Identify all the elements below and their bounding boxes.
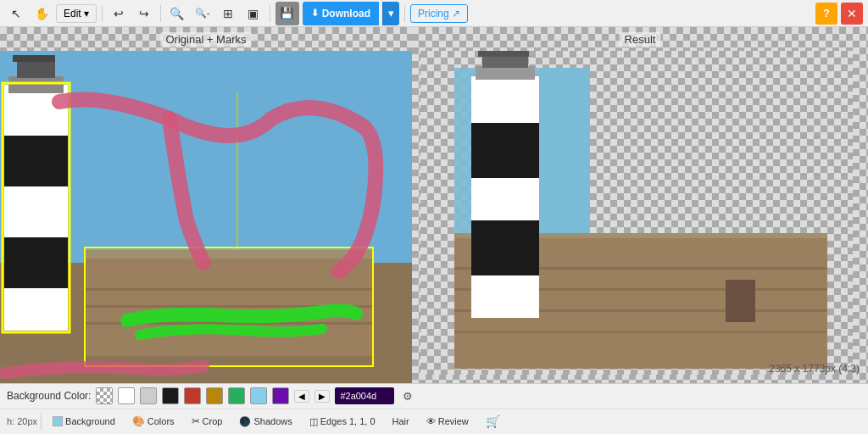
svg-rect-31	[471, 220, 539, 275]
green-swatch[interactable]	[228, 387, 245, 404]
svg-rect-3	[85, 288, 373, 291]
black-swatch[interactable]	[162, 387, 179, 404]
main-toolbar: ↖ ✋ Edit ▾ ↩ ↪ 🔍 🔍- ⊞ ▣ 💾 ⬇ Download ▾ P…	[0, 0, 868, 27]
fit-view-button[interactable]: ⊞	[217, 3, 239, 25]
right-panel-label: Result	[620, 32, 661, 47]
review-icon: 👁	[426, 416, 436, 426]
svg-rect-8	[4, 136, 68, 186]
color-hex-input[interactable]	[335, 387, 394, 404]
close-button[interactable]: ✕	[841, 3, 863, 25]
crop-icon: ✂	[192, 415, 200, 427]
shadows-icon: 🌑	[239, 416, 251, 427]
left-panel-label: Original + Marks	[161, 32, 252, 47]
left-panel[interactable]: Original + Marks	[0, 27, 412, 383]
white-swatch[interactable]	[118, 387, 135, 404]
divider-4	[404, 5, 405, 22]
result-image	[420, 51, 853, 375]
background-tool-button[interactable]: Background	[45, 411, 123, 431]
original-image	[0, 51, 412, 383]
sky-blue-swatch[interactable]	[250, 387, 267, 404]
transparent-swatch[interactable]	[96, 387, 113, 404]
svg-rect-29	[471, 76, 539, 318]
divider-1	[102, 5, 103, 22]
image-info: 2365 x 1773px (4:3)	[769, 363, 860, 375]
zoom-out-button[interactable]: 🔍-	[192, 3, 214, 25]
svg-rect-6	[85, 250, 373, 259]
right-image-area[interactable]	[420, 51, 860, 375]
crop-view-button[interactable]: ▣	[242, 3, 264, 25]
svg-rect-27	[454, 331, 827, 333]
save-button[interactable]: 💾	[275, 2, 299, 25]
svg-rect-10	[8, 76, 64, 93]
hand-tool[interactable]: ✋	[31, 3, 53, 25]
svg-rect-37	[539, 68, 590, 233]
shadows-tool-button[interactable]: 🌑 Shadows	[231, 411, 299, 431]
edit-button[interactable]: Edit ▾	[56, 4, 97, 23]
next-color-button[interactable]: ▶	[314, 390, 330, 403]
red-swatch[interactable]	[184, 387, 201, 404]
main-content: Original + Marks	[0, 27, 868, 383]
tools-bar: h: 20px Background 🎨 Colors ✂ Crop 🌑 Sha…	[0, 409, 868, 434]
redo-button[interactable]: ↪	[133, 3, 155, 25]
divider-2	[160, 5, 161, 22]
svg-rect-28	[726, 280, 755, 322]
svg-rect-12	[13, 55, 55, 62]
gold-swatch[interactable]	[206, 387, 223, 404]
color-bar: Background Color: ◀ ▶ ⚙	[0, 384, 868, 409]
pointer-tool[interactable]: ↖	[5, 3, 27, 25]
svg-rect-11	[17, 59, 55, 78]
download-button[interactable]: ⬇ Download	[303, 2, 379, 25]
tools-divider-1	[41, 413, 42, 430]
color-settings-button[interactable]: ⚙	[399, 387, 416, 404]
background-icon	[53, 416, 63, 426]
review-tool-button[interactable]: 👁 Review	[419, 411, 476, 431]
svg-rect-7	[4, 85, 68, 331]
brush-size-label: h: 20px	[7, 416, 37, 426]
svg-rect-9	[4, 237, 68, 288]
svg-rect-32	[476, 66, 535, 80]
colors-tool-button[interactable]: 🎨 Colors	[125, 411, 182, 431]
undo-button[interactable]: ↩	[108, 3, 130, 25]
left-image-area[interactable]	[0, 51, 412, 383]
edges-tool-button[interactable]: ◫ Edges 1, 1, 0	[302, 411, 383, 431]
help-button[interactable]: ?	[815, 3, 837, 25]
hair-tool-button[interactable]: Hair	[385, 411, 417, 431]
bottom-toolbar: Background Color: ◀ ▶ ⚙ h: 20px Backgrou…	[0, 383, 868, 434]
background-color-label: Background Color:	[7, 390, 91, 402]
crop-tool-button[interactable]: ✂ Crop	[184, 411, 231, 431]
svg-rect-36	[590, 68, 827, 233]
download-dropdown-button[interactable]: ▾	[382, 2, 399, 25]
prev-color-button[interactable]: ◀	[294, 390, 309, 403]
light-gray-swatch[interactable]	[140, 387, 157, 404]
right-panel[interactable]: Result	[412, 27, 868, 383]
svg-rect-34	[478, 51, 529, 57]
svg-rect-30	[471, 123, 539, 178]
divider-3	[270, 5, 270, 22]
zoom-in-button[interactable]: 🔍	[166, 3, 188, 25]
cart-button[interactable]: 🛒	[478, 411, 508, 431]
purple-swatch[interactable]	[272, 387, 289, 404]
colors-icon: 🎨	[132, 415, 145, 427]
pricing-button[interactable]: Pricing ↗	[410, 4, 468, 23]
edges-icon: ◫	[309, 416, 318, 427]
